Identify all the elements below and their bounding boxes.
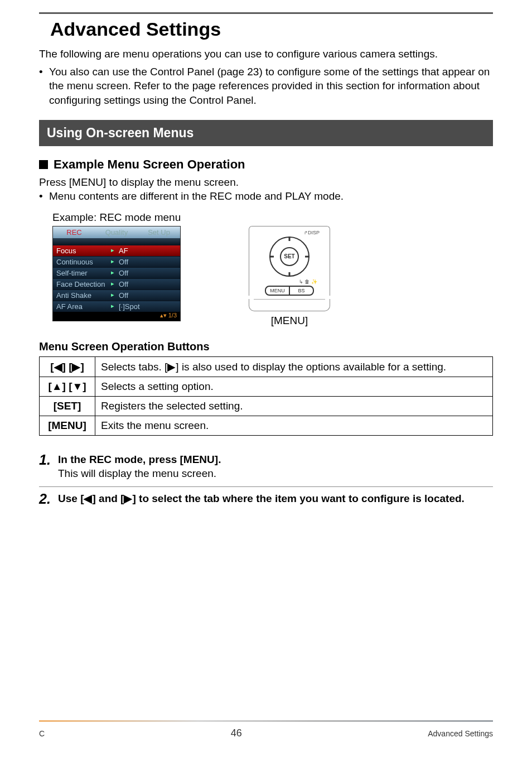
bullet-marker: • <box>39 65 49 108</box>
rec-item-focus: Focus ▸ AF <box>53 245 180 256</box>
step-number: 1. <box>39 452 58 480</box>
key-menu: [MENU] <box>40 416 95 435</box>
bullet-1: You also can use the Control Panel (page… <box>49 65 493 108</box>
bs-button-icon: BS <box>290 287 313 295</box>
dpad: SET <box>269 237 309 277</box>
controller-figure: ↱DISP SET ↳ 🗑 ✨ MENU BS [M <box>242 226 337 327</box>
desc-up-down: Selects a setting option. <box>95 377 493 396</box>
menu-caption: [MENU] <box>242 315 337 327</box>
rec-item-antishake: Anti Shake ▸ Off <box>53 290 180 301</box>
desc-left-right: Selects tabs. [▶] is also used to displa… <box>95 356 493 377</box>
page-footer: C 46 Advanced Settings <box>39 720 493 739</box>
step-number: 2. <box>39 491 58 507</box>
step-1: 1. In the REC mode, press [MENU]. This w… <box>39 448 493 488</box>
table-row: [▲] [▼] Selects a setting option. <box>40 377 493 396</box>
step-2: 2. Use [◀] and [▶] to select the tab whe… <box>39 487 493 514</box>
menu-button-icon: MENU <box>266 287 290 295</box>
press-menu-text: Press [MENU] to display the menu screen. <box>39 175 493 190</box>
section-heading: Using On-screen Menus <box>39 120 493 146</box>
disp-label: ↱DISP <box>254 230 325 235</box>
key-left-right: [◀] [▶] <box>40 356 95 377</box>
rec-page-indicator: ▴▾ 1/3 <box>53 312 180 321</box>
table-row: [MENU] Exits the menu screen. <box>40 416 493 435</box>
rec-item-afarea: AF Area ▸ [·]Spot <box>53 301 180 312</box>
bullet-marker: • <box>39 189 49 204</box>
subhead-marker <box>39 160 48 169</box>
step-1-sub: This will display the menu screen. <box>58 467 493 480</box>
rec-tab-rec: REC <box>53 226 95 238</box>
rec-item-continuous: Continuous ▸ Off <box>53 256 180 267</box>
footer-right: Advanced Settings <box>428 729 493 738</box>
bullet-2: Menu contents are different in the REC m… <box>49 189 493 204</box>
step-2-title: Use [◀] and [▶] to select the tab where … <box>58 491 493 506</box>
intro-text: The following are menu operations you ca… <box>39 47 493 61</box>
table-row: [◀] [▶] Selects tabs. [▶] is also used t… <box>40 356 493 377</box>
operation-buttons-table: [◀] [▶] Selects tabs. [▶] is also used t… <box>39 356 493 436</box>
subhead: Example Menu Screen Operation <box>54 157 245 172</box>
small-icons: ↳ 🗑 ✨ <box>254 279 325 285</box>
key-set: [SET] <box>40 396 95 416</box>
page-number: 46 <box>231 727 242 739</box>
buttons-table-heading: Menu Screen Operation Buttons <box>39 340 493 353</box>
step-1-title: In the REC mode, press [MENU]. <box>58 452 493 467</box>
rec-item-facedetection: Face Detection ▸ Off <box>53 278 180 290</box>
example-label: Example: REC mode menu <box>52 211 493 224</box>
rec-tab-setup: Set Up <box>138 226 180 238</box>
rec-mode-menu-figure: REC Quality Set Up Focus ▸ AF Continuous… <box>52 226 181 321</box>
key-up-down: [▲] [▼] <box>40 377 95 396</box>
desc-menu: Exits the menu screen. <box>95 416 493 435</box>
rec-tab-quality: Quality <box>95 226 138 238</box>
table-row: [SET] Registers the selected setting. <box>40 396 493 416</box>
desc-set: Registers the selected setting. <box>95 396 493 416</box>
footer-left: C <box>39 729 45 738</box>
page-title: Advanced Settings <box>50 18 493 40</box>
set-button-icon: SET <box>280 247 299 266</box>
rec-item-selftimer: Self-timer ▸ Off <box>53 267 180 278</box>
